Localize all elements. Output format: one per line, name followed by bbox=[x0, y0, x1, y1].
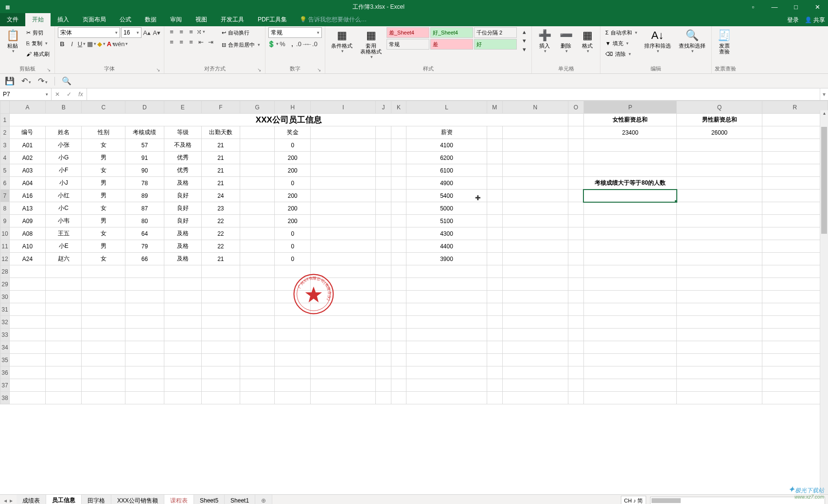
cell[interactable] bbox=[391, 215, 406, 227]
cell[interactable]: 男 bbox=[82, 215, 125, 227]
header-cell[interactable]: 考核成绩 bbox=[125, 126, 164, 139]
cell[interactable] bbox=[391, 164, 406, 177]
cell[interactable]: 4100 bbox=[406, 139, 487, 152]
cell[interactable] bbox=[311, 329, 376, 341]
cell[interactable] bbox=[46, 303, 82, 316]
cell[interactable] bbox=[240, 366, 275, 379]
cell[interactable] bbox=[201, 265, 240, 278]
cell[interactable] bbox=[406, 278, 487, 291]
cell[interactable] bbox=[311, 291, 376, 303]
cell[interactable] bbox=[201, 392, 240, 404]
cell[interactable] bbox=[502, 202, 568, 215]
cell[interactable] bbox=[9, 392, 45, 404]
cell[interactable] bbox=[583, 354, 676, 366]
col-header[interactable]: E bbox=[164, 101, 201, 114]
cell[interactable] bbox=[376, 190, 391, 202]
autosum-button[interactable]: Σ自动求和▾ bbox=[603, 27, 639, 38]
cell[interactable] bbox=[201, 278, 240, 291]
align-right-icon[interactable]: ≡ bbox=[187, 37, 195, 46]
cell[interactable] bbox=[568, 265, 583, 278]
cell[interactable] bbox=[201, 354, 240, 366]
cell[interactable]: A13 bbox=[9, 202, 45, 215]
cell[interactable] bbox=[502, 341, 568, 354]
col-header[interactable]: P bbox=[583, 101, 676, 114]
col-header[interactable]: J bbox=[376, 101, 391, 114]
cell[interactable]: A01 bbox=[9, 139, 45, 152]
cell[interactable] bbox=[583, 278, 676, 291]
cell[interactable]: 89 bbox=[125, 190, 164, 202]
spreadsheet-grid[interactable]: ABCDEFGHIJKLMNOPQR1XXX公司员工信息女性薪资总和男性薪资总和… bbox=[0, 101, 828, 494]
cell[interactable] bbox=[240, 202, 275, 215]
insert-cells-button[interactable]: ➕插入▾ bbox=[535, 27, 554, 55]
tab-formula[interactable]: 公式 bbox=[113, 13, 138, 26]
cell[interactable] bbox=[164, 392, 201, 404]
cell[interactable] bbox=[311, 177, 376, 190]
tab-file[interactable]: 文件 bbox=[0, 13, 25, 26]
cell[interactable]: 男 bbox=[82, 190, 125, 202]
cell-styles-gallery[interactable]: 差_Sheet4 好_Sheet4 千位分隔 2 常规 差 好 bbox=[387, 27, 517, 50]
formula-input[interactable] bbox=[87, 88, 820, 100]
tab-review[interactable]: 审阅 bbox=[163, 13, 189, 26]
align-center-icon[interactable]: ≡ bbox=[177, 37, 186, 46]
cell[interactable]: 21 bbox=[201, 152, 240, 164]
cell[interactable] bbox=[201, 366, 240, 379]
cell[interactable]: 不及格 bbox=[164, 139, 201, 152]
cell[interactable] bbox=[583, 303, 676, 316]
print-preview-icon[interactable]: 🔍 bbox=[62, 76, 71, 86]
cell[interactable] bbox=[762, 265, 828, 278]
cell[interactable] bbox=[391, 265, 406, 278]
row-header[interactable]: 31 bbox=[0, 303, 10, 316]
cell[interactable] bbox=[82, 316, 125, 329]
comma-icon[interactable]: , bbox=[288, 39, 297, 48]
row-header[interactable]: 7 bbox=[0, 190, 10, 202]
minimize-button[interactable]: — bbox=[764, 0, 785, 14]
row-header[interactable]: 28 bbox=[0, 265, 10, 278]
row-header[interactable]: 10 bbox=[0, 227, 10, 240]
cell[interactable] bbox=[125, 366, 164, 379]
col-header[interactable]: C bbox=[82, 101, 125, 114]
col-header[interactable]: Q bbox=[677, 101, 762, 114]
cell[interactable] bbox=[311, 190, 376, 202]
cell[interactable] bbox=[502, 253, 568, 265]
cell[interactable] bbox=[240, 152, 275, 164]
cell[interactable] bbox=[376, 177, 391, 190]
decrease-font-icon[interactable]: A▾ bbox=[152, 28, 161, 37]
cell[interactable] bbox=[568, 303, 583, 316]
cell[interactable] bbox=[201, 291, 240, 303]
cell[interactable]: 及格 bbox=[164, 177, 201, 190]
cell[interactable]: 91 bbox=[125, 152, 164, 164]
align-top-icon[interactable]: ≡ bbox=[167, 27, 176, 36]
cell[interactable]: 赵六 bbox=[46, 253, 82, 265]
cell[interactable] bbox=[568, 316, 583, 329]
cell[interactable] bbox=[502, 240, 568, 253]
cell[interactable] bbox=[502, 139, 568, 152]
decrease-decimal-icon[interactable]: ←.0 bbox=[307, 39, 316, 48]
share-button[interactable]: 👤 共享 bbox=[805, 16, 825, 24]
cell[interactable] bbox=[487, 240, 502, 253]
cell[interactable] bbox=[762, 329, 828, 341]
cell[interactable] bbox=[311, 152, 376, 164]
cell[interactable] bbox=[391, 291, 406, 303]
cell[interactable] bbox=[46, 278, 82, 291]
tell-me-search[interactable]: 💡 告诉我您想要做什么… bbox=[299, 13, 367, 26]
cell[interactable]: 小韦 bbox=[46, 215, 82, 227]
cell[interactable] bbox=[240, 278, 275, 291]
cell[interactable] bbox=[487, 265, 502, 278]
cell[interactable]: 6100 bbox=[406, 164, 487, 177]
cell[interactable] bbox=[583, 190, 676, 202]
number-launcher[interactable]: ↘ bbox=[317, 67, 321, 72]
cell[interactable] bbox=[164, 265, 201, 278]
cell[interactable] bbox=[502, 177, 568, 190]
cell[interactable] bbox=[311, 202, 376, 215]
cell[interactable] bbox=[125, 316, 164, 329]
row-header[interactable]: 4 bbox=[0, 152, 10, 164]
cell[interactable]: A04 bbox=[9, 177, 45, 190]
cell[interactable] bbox=[406, 316, 487, 329]
row-header[interactable]: 33 bbox=[0, 329, 10, 341]
row-header[interactable]: 35 bbox=[0, 354, 10, 366]
cell[interactable] bbox=[406, 366, 487, 379]
cell[interactable] bbox=[82, 291, 125, 303]
merge-center-button[interactable]: ⊟合并后居中▾ bbox=[220, 39, 262, 50]
row-header[interactable]: 29 bbox=[0, 278, 10, 291]
cell[interactable] bbox=[311, 240, 376, 253]
